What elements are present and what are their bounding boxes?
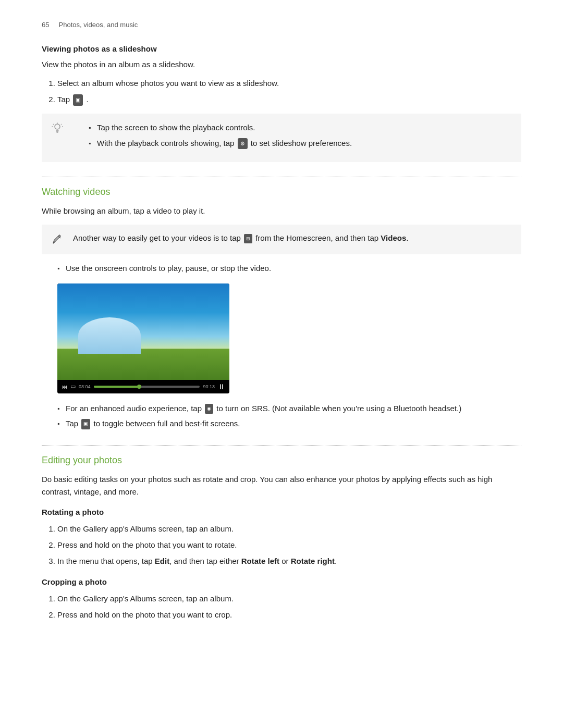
svg-line-2 xyxy=(53,124,54,125)
cropping-steps: On the Gallery app's Albums screen, tap … xyxy=(57,591,521,622)
tip-bullet-2: With the playback controls showing, tap … xyxy=(89,137,512,150)
slideshow-intro: View the photos in an album as a slidesh… xyxy=(42,58,521,71)
slideshow-step-1: Select an album whose photos you want to… xyxy=(57,76,521,90)
note-content: Another way to easily get to your videos… xyxy=(73,232,512,244)
edit-bold: Edit xyxy=(155,557,169,565)
rotating-step-2: Press and hold on the photo that you wan… xyxy=(57,538,521,552)
cropping-step-2: Press and hold on the photo that you wan… xyxy=(57,608,521,622)
settings-icon-inline: ⚙ xyxy=(238,138,248,149)
lightbulb-icon xyxy=(51,122,64,134)
pencil-icon-col xyxy=(51,233,66,247)
slideshow-tap-icon: ▣ xyxy=(73,94,83,106)
srs-icon: ◉ xyxy=(205,404,213,414)
rotating-title: Rotating a photo xyxy=(42,508,521,516)
current-time: 03:04 xyxy=(79,384,91,389)
watching-section: Watching videos While browsing an album,… xyxy=(42,187,521,430)
video-controls: ⏮ ▭ 03:04 90:13 ⏸ xyxy=(57,380,229,393)
section-divider-1 xyxy=(42,177,521,177)
svg-point-0 xyxy=(55,124,60,129)
video-screen xyxy=(57,283,229,380)
progress-fill xyxy=(94,386,139,388)
watching-title: Watching videos xyxy=(42,187,521,200)
slideshow-steps: Select an album whose photos you want to… xyxy=(57,76,521,106)
watching-intro: While browsing an album, tap a video to … xyxy=(42,205,521,217)
note-box: Another way to easily get to your videos… xyxy=(42,225,521,254)
tip-box: Tap the screen to show the playback cont… xyxy=(42,114,521,162)
rotating-step-1: On the Gallery app's Albums screen, tap … xyxy=(57,522,521,536)
pause-button[interactable]: ⏸ xyxy=(218,382,225,391)
watching-bullet-2: For an enhanced audio experience, tap ◉ … xyxy=(57,402,521,415)
rotate-right-bold: Rotate right xyxy=(291,557,335,565)
cropping-title: Cropping a photo xyxy=(42,577,521,586)
tip-bullet-list: Tap the screen to show the playback cont… xyxy=(89,121,512,150)
watching-bullet-3: Tap ▣ to toggle between full and best-fi… xyxy=(57,417,521,430)
rotate-left-bold: Rotate left xyxy=(241,557,279,565)
watching-bullet-1: Use the onscreen controls to play, pause… xyxy=(57,262,521,275)
rotating-step-3: In the menu that opens, tap Edit, and th… xyxy=(57,554,521,568)
tip-content: Tap the screen to show the playback cont… xyxy=(73,121,512,155)
section-divider-2 xyxy=(42,445,521,446)
cropping-step-1: On the Gallery app's Albums screen, tap … xyxy=(57,591,521,606)
page-header: 65 Photos, videos, and music xyxy=(42,21,521,29)
rewind-button[interactable]: ⏮ xyxy=(62,384,67,390)
editing-title: Editing your photos xyxy=(42,455,521,468)
svg-line-3 xyxy=(61,124,62,125)
page-number: 65 xyxy=(42,21,49,29)
watching-bullets-2: For an enhanced audio experience, tap ◉ … xyxy=(57,402,521,430)
lightbulb-icon-col xyxy=(51,122,66,136)
homescreen-grid-icon: ⊞ xyxy=(244,234,252,243)
fit-screen-icon: ▣ xyxy=(81,419,90,429)
slideshow-section: Viewing photos as a slideshow View the p… xyxy=(42,44,521,162)
progress-dot xyxy=(137,385,141,389)
rotating-steps: On the Gallery app's Albums screen, tap … xyxy=(57,522,521,568)
chapter-title: Photos, videos, and music xyxy=(59,21,138,29)
slideshow-step-2: Tap ▣ . xyxy=(57,92,521,106)
fullscreen-button[interactable]: ▭ xyxy=(70,383,76,390)
video-player: ⏮ ▭ 03:04 90:13 ⏸ xyxy=(57,283,229,393)
editing-intro: Do basic editing tasks on your photos su… xyxy=(42,473,521,498)
tip-bullet-1: Tap the screen to show the playback cont… xyxy=(89,121,512,134)
videos-bold: Videos xyxy=(381,233,406,242)
progress-bar[interactable] xyxy=(94,386,200,388)
slideshow-title: Viewing photos as a slideshow xyxy=(42,44,521,53)
editing-section: Editing your photos Do basic editing tas… xyxy=(42,455,521,622)
watching-bullets: Use the onscreen controls to play, pause… xyxy=(57,262,521,275)
pencil-icon xyxy=(51,233,64,245)
total-time: 90:13 xyxy=(203,384,215,389)
